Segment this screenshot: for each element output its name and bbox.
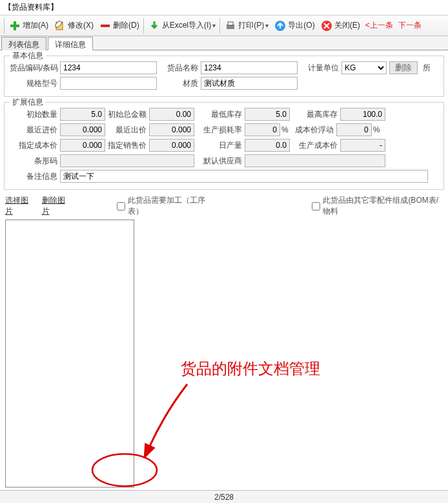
toolbar: 增加(A) 修改(X) 删除(D) 从Excel导入(I) ▾ 打印(P) ▾ … [0,15,448,36]
spec-cost-input[interactable] [60,139,105,152]
min-stock-label: 最低库存 [194,109,245,120]
status-bar: 2/528 [0,490,448,503]
import-label: 从Excel导入(I) [162,20,212,31]
supplier-input[interactable] [245,154,385,167]
image-actions-row: 选择图片 删除图片 此货品需要加工（工序表） 此货品由其它零配件组成(BOM表/… [5,195,444,217]
last-in-input[interactable] [60,123,105,136]
bom-checkbox[interactable]: 此货品由其它零配件组成(BOM表/物料 [312,195,444,217]
barcode-input[interactable] [60,154,194,167]
import-button[interactable]: 从Excel导入(I) ▾ [145,18,219,34]
separator [143,18,144,34]
basic-legend: 基本信息 [10,50,46,61]
export-icon [274,19,287,32]
init-qty-label: 初始数量 [10,109,60,120]
pct-label: % [281,125,289,134]
tab-strip: 列表信息 详细信息 [0,36,448,50]
unit-select[interactable]: KG [341,61,387,74]
code-input[interactable] [60,61,157,74]
modify-button[interactable]: 修改(X) [51,18,96,34]
min-stock-input[interactable] [245,108,290,121]
plus-icon [8,19,21,32]
chevron-down-icon: ▾ [265,22,269,29]
delete-image-link[interactable]: 删除图片 [42,195,71,217]
modify-label: 修改(X) [68,20,94,31]
init-amt-label: 初始总金额 [105,109,149,120]
separator [4,18,5,34]
name-label: 货品名称 [157,63,201,74]
spec-cost-label: 指定成本价 [10,140,60,151]
max-stock-label: 最高库存 [290,109,340,120]
add-button[interactable]: 增加(A) [6,18,51,34]
add-label: 增加(A) [23,20,48,31]
select-image-link[interactable]: 选择图片 [5,195,34,217]
pct-label-2: % [373,125,380,134]
last-in-label: 最近进价 [10,125,60,136]
tab-list[interactable]: 列表信息 [1,37,46,50]
edit-icon [54,19,66,32]
process-cb-label: 此货品需要加工（工序表） [128,195,214,217]
loss-label: 生产损耗率 [194,125,245,136]
prev-link[interactable]: <上一条 [363,20,396,31]
daily-label: 日产量 [194,140,245,151]
import-icon [148,19,161,32]
remark-input[interactable] [60,170,428,183]
svg-rect-5 [228,22,233,25]
content-area: 基本信息 货品编码/条码 货品名称 计量单位 KG 删除 所 规格型号 材质 扩… [0,50,448,503]
svg-rect-1 [10,25,19,27]
model-label: 规格型号 [10,78,60,89]
barcode-label: 条形码 [10,156,60,167]
separator [219,18,220,34]
init-amt-input[interactable] [149,108,194,121]
tab-detail[interactable]: 详细信息 [48,37,93,50]
process-checkbox[interactable]: 此货品需要加工（工序表） [117,195,214,217]
print-label: 打印(P) [238,20,264,31]
loss-input[interactable] [245,123,280,136]
last-out-input[interactable] [149,123,194,136]
material-input[interactable] [201,77,298,90]
export-button[interactable]: 导出(O) [271,18,317,34]
delete-unit-button[interactable]: 删除 [389,61,418,74]
minus-icon [99,19,112,32]
supplier-label: 默认供应商 [194,156,245,167]
max-stock-input[interactable] [340,108,385,121]
remark-label: 备注信息 [10,171,60,182]
ext-legend: 扩展信息 [10,97,46,108]
delete-label: 删除(D) [113,20,139,31]
unit-label: 计量单位 [298,63,341,74]
bom-cb-label: 此货品由其它零配件组成(BOM表/物料 [323,195,444,217]
owner-label: 所 [418,63,433,74]
basic-info-group: 基本信息 货品编码/条码 货品名称 计量单位 KG 删除 所 规格型号 材质 [4,56,444,97]
prod-cost-input[interactable] [340,139,385,152]
delete-button[interactable]: 删除(D) [96,18,142,34]
close-icon [320,19,333,32]
name-input[interactable] [201,61,298,74]
svg-rect-3 [101,25,110,27]
model-input[interactable] [60,77,157,90]
close-button[interactable]: 关闭(E) [318,18,363,34]
last-out-label: 最近出价 [105,125,149,136]
init-qty-input[interactable] [60,108,105,121]
image-preview-box [5,220,134,488]
spec-sale-label: 指定销售价 [105,140,149,151]
window-title: 【货品资料库】 [0,0,448,15]
record-counter: 2/528 [214,493,234,502]
code-label: 货品编码/条码 [10,63,60,74]
chevron-down-icon: ▾ [212,22,216,29]
print-button[interactable]: 打印(P) ▾ [221,18,271,34]
daily-input[interactable] [245,139,290,152]
export-label: 导出(O) [288,20,314,31]
cost-float-label: 成本价浮动 [292,125,336,136]
ext-info-group: 扩展信息 初始数量 初始总金额 最低库存 最高库存 最近进价 最近出价 生产损耗… [4,102,444,190]
material-label: 材质 [157,78,201,89]
close-label: 关闭(E) [334,20,360,31]
spec-sale-input[interactable] [149,139,194,152]
printer-icon [224,19,237,32]
cost-float-input[interactable] [336,123,372,136]
next-link[interactable]: 下一条 [396,20,424,31]
prod-cost-label: 生产成本价 [290,140,340,151]
